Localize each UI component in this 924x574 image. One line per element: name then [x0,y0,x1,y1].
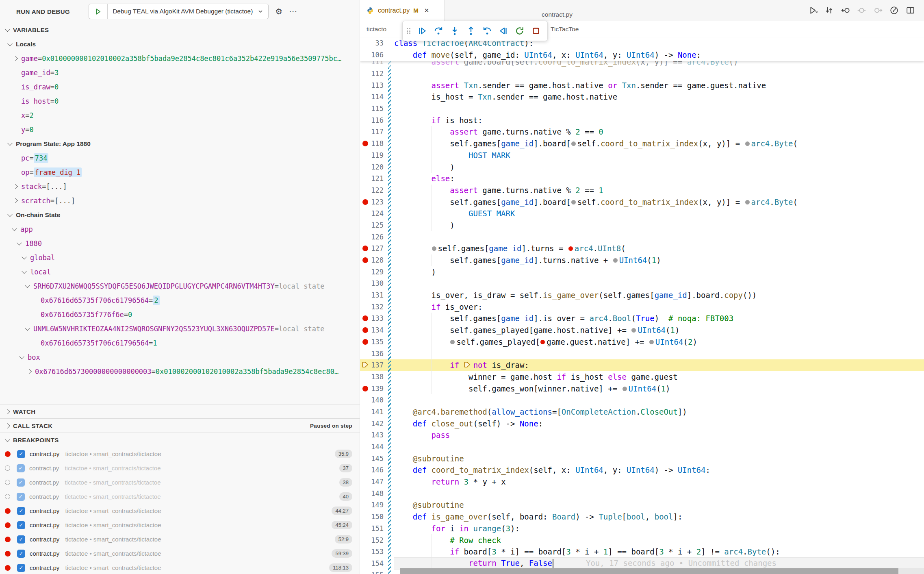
variable-row[interactable]: op = frame_dig 1 [0,165,360,179]
reverse-continue-button[interactable] [495,22,512,39]
checkbox-checked-icon[interactable]: ✓ [17,535,25,544]
breakpoint-gutter[interactable] [360,246,371,251]
inline-breakpoint-icon[interactable] [623,387,627,391]
variable-row[interactable]: UNML6W5NVHRIKTEOZAA4NI2SWQROSGNFNY2QS523… [0,322,360,336]
inline-breakpoint-icon[interactable] [745,141,750,146]
variable-row[interactable]: stack = [...] [0,179,360,194]
checkbox-checked-icon[interactable]: ✓ [17,507,25,515]
code-line[interactable]: 136 [360,348,924,359]
variable-row[interactable]: y = 0 [0,122,360,137]
code-line[interactable]: 140 [360,394,924,406]
step-into-button[interactable] [447,22,463,39]
chevron-down-icon[interactable] [22,256,30,259]
checkbox-checked-icon[interactable]: ✓ [17,464,25,472]
variable-row[interactable]: 0x67616d65735f706c61796564 = 2 [0,293,360,307]
code-content[interactable]: ) [394,266,924,278]
code-content[interactable] [394,68,924,80]
inline-breakpoint-icon[interactable] [631,328,636,333]
chevron-down-icon[interactable] [26,284,33,288]
code-line[interactable]: 138 winner = game.host if is_host else g… [360,371,924,383]
launch-config-dropdown[interactable]: Debug TEAL via AlgoKit AVM Debugger (tic… [108,4,258,19]
code-line[interactable]: 129 ) [360,266,924,278]
breakpoint-row[interactable]: ✓contract.pytictactoe • smart_contracts/… [0,489,360,504]
code-line[interactable]: 125 ) [360,220,924,231]
variable-row[interactable]: SRH6D7XU2N6WQQ5SSYDQFG5ESO6JWEQIDPGLUGYC… [0,279,360,293]
inline-breakpoint-active-icon[interactable] [568,246,573,251]
call-stack-section-header[interactable]: CALL STACK Paused on step [0,418,360,433]
breakpoint-gutter[interactable] [360,257,371,263]
variable-row[interactable]: scratch = [...] [0,194,360,208]
restart-button[interactable] [512,22,528,39]
breadcrumb-item-TicTacToe[interactable]: TicTacToe [542,26,590,33]
breakpoint-row[interactable]: ✓contract.pytictactoe • smart_contracts/… [0,447,360,461]
code-line[interactable]: 112 [360,68,924,80]
code-line[interactable]: 148 [360,487,924,499]
code-content[interactable]: self.games_played[game.host.native] += U… [394,324,924,336]
code-line[interactable]: 137 if not is_draw: [360,359,924,371]
code-line[interactable]: 133 self.games[game_id].is_over = arc4.B… [360,313,924,324]
code-line[interactable]: 146 def coord_to_matrix_index(self, x: U… [360,464,924,476]
variable-row[interactable]: Program State: App 1880 [0,137,360,151]
checkbox-checked-icon[interactable]: ✓ [17,564,25,572]
code-content[interactable]: def close_out(self) -> None: [394,417,924,429]
breakpoint-row[interactable]: ✓contract.pytictactoe • smart_contracts/… [0,532,360,546]
tab-contract-py[interactable]: contract.py M ✕ [360,0,445,21]
continue-button[interactable] [414,22,430,39]
breakpoints-section-header[interactable]: BREAKPOINTS [0,433,360,447]
breakpoint-gutter[interactable] [360,386,371,391]
code-line[interactable]: 126 [360,231,924,243]
step-out-button[interactable] [463,22,479,39]
code-content[interactable]: if is_host: [394,114,924,126]
code-content[interactable]: self.games_won[winner.native] += UInt64(… [394,383,924,394]
breakpoint-row[interactable]: ✓contract.pytictactoe • smart_contracts/… [0,475,360,489]
variable-row[interactable]: 1880 [0,236,360,250]
code-content[interactable]: assert Txn.sender == game.host.native or… [394,79,924,91]
code-content[interactable]: GUEST_MARK [394,208,924,220]
code-content[interactable]: assert game.turns.native % 2 == 0 [394,126,924,138]
code-line[interactable]: 117 assert game.turns.native % 2 == 0 [360,126,924,138]
code-content[interactable]: @arc4.baremethod(allow_actions=[OnComple… [394,406,924,418]
inline-breakpoint-icon[interactable] [450,340,455,344]
breakpoint-gutter[interactable] [360,327,371,333]
checkbox-checked-icon[interactable]: ✓ [17,450,25,458]
checkbox-checked-icon[interactable]: ✓ [17,478,25,487]
code-content[interactable]: return 3 * y + x [394,476,924,488]
code-line[interactable]: 120 ) [360,161,924,173]
code-line[interactable]: 132 if is_over: [360,301,924,313]
code-content[interactable]: HOST_MARK [394,150,924,161]
variable-row[interactable]: x = 2 [0,108,360,122]
inline-breakpoint-icon[interactable] [571,141,576,146]
code-line[interactable]: 142 def close_out(self) -> None: [360,417,924,429]
code-content[interactable]: pass [394,429,924,441]
breakpoint-row[interactable]: ✓contract.pytictactoe • smart_contracts/… [0,518,360,532]
chevron-down-icon[interactable] [20,355,28,359]
timeline-button[interactable] [889,6,899,15]
next-change-button[interactable] [873,6,883,15]
code-line[interactable]: 143 pass [360,429,924,441]
code-content[interactable]: for i in urange(3): [394,523,924,535]
code-line[interactable]: 128 self.games[game_id].turns.native + U… [360,254,924,266]
code-content[interactable]: return True, FalseYou, 17 seconds ago • … [394,558,924,570]
code-content[interactable]: # Row check [394,534,924,546]
code-content[interactable] [394,231,924,243]
variable-row[interactable]: box [0,350,360,364]
chevron-down-icon[interactable] [26,327,33,330]
code-content[interactable]: if not is_draw: [394,359,924,371]
code-line[interactable]: 149 @subroutine [360,499,924,511]
step-over-button[interactable] [430,22,447,39]
code-line[interactable]: 151 for i in urange(3): [360,523,924,535]
breadcrumb-path-prefix[interactable]: tictacto [367,26,386,33]
variable-row[interactable]: pc = 734 [0,151,360,165]
variables-section-header[interactable]: VARIABLES [0,23,360,37]
code-content[interactable]: self.games[game_id].turns = arc4.UInt8( [394,243,924,254]
variable-row[interactable]: is_draw = 0 [0,80,360,94]
variable-row[interactable]: global [0,250,360,265]
code-line[interactable]: 121 else: [360,173,924,185]
code-line[interactable]: 135 self.games_played[game.guest.native]… [360,336,924,348]
checkbox-checked-icon[interactable]: ✓ [17,521,25,529]
code-content[interactable] [394,441,924,453]
code-content[interactable]: winner = game.host if is_host else game.… [394,371,924,383]
variable-row[interactable]: 0x67616d65730000000000000003 = 0x0100020… [0,364,360,378]
code-content[interactable]: self.games[game_id].board[self.coord_to_… [394,196,924,208]
breakpoint-row[interactable]: ✓contract.pytictactoe • smart_contracts/… [0,561,360,574]
